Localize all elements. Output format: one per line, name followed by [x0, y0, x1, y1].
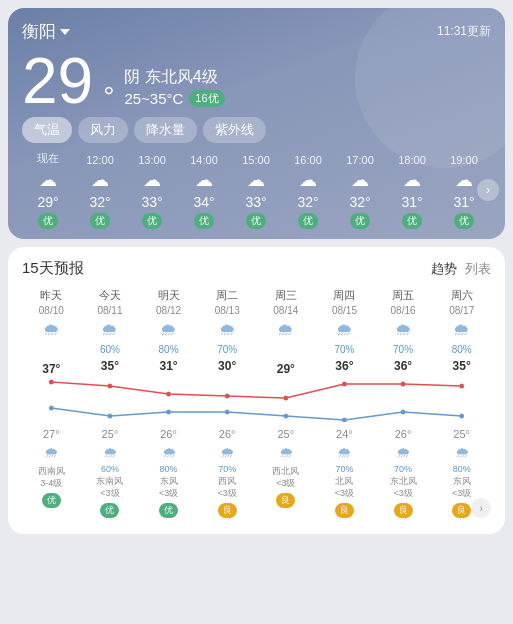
scroll-right-arrow[interactable]: ›	[477, 179, 499, 201]
hour-label: 17:00	[346, 154, 374, 166]
day-low-temp: 26°	[395, 428, 412, 440]
day-aqi-badge: 良	[218, 503, 237, 518]
hour-temp: 32°	[349, 194, 370, 210]
hour-item: 13:00 ☁ 33° 优	[126, 154, 178, 229]
hour-label: 18:00	[398, 154, 426, 166]
day-lower-icon: 🌧	[103, 444, 117, 460]
day-name: 周五	[392, 288, 414, 303]
svg-point-15	[459, 414, 464, 419]
day-wind: 西南风3-4级	[38, 466, 65, 489]
hour-temp: 31°	[401, 194, 422, 210]
svg-point-7	[459, 384, 464, 389]
day-lower-rain: 80%	[160, 464, 178, 474]
days-grid: 昨天 08/10 🌧 37° 今天 08/11 🌧 60% 35° 明天 08/…	[22, 288, 491, 376]
day-high-temp: 36°	[394, 359, 412, 373]
day-high-temp: 36°	[335, 359, 353, 373]
day-weather-icon: 🌧	[277, 320, 294, 340]
hour-aqi-badge: 优	[454, 213, 474, 229]
hour-label: 19:00	[450, 154, 478, 166]
hour-weather-icon: ☁	[39, 169, 57, 191]
svg-point-6	[401, 382, 406, 387]
city-name[interactable]: 衡阳	[22, 20, 70, 43]
trend-view-btn[interactable]: 趋势	[431, 260, 457, 278]
hour-aqi-badge: 优	[402, 213, 422, 229]
hour-aqi-badge: 优	[350, 213, 370, 229]
day-col-upper: 周三 08/14 🌧 29°	[257, 288, 316, 376]
day-col-upper: 周五 08/16 🌧 70% 36°	[374, 288, 433, 376]
tab-precipitation[interactable]: 降水量	[134, 117, 197, 143]
hour-temp: 31°	[453, 194, 474, 210]
hour-temp: 29°	[37, 194, 58, 210]
hour-weather-icon: ☁	[351, 169, 369, 191]
day-weather-icon: 🌧	[219, 320, 236, 340]
day-col-upper: 明天 08/12 🌧 80% 31°	[139, 288, 198, 376]
day-col-upper: 周四 08/15 🌧 70% 36°	[315, 288, 374, 376]
day-col-lower: 24° 🌧 70% 北风<3级 良	[315, 428, 374, 518]
day-col-lower: 26° 🌧 80% 东风<3级 优	[139, 428, 198, 518]
hour-label: 14:00	[190, 154, 218, 166]
day-aqi-badge: 优	[42, 493, 61, 508]
day-col-lower: 25° 🌧 60% 东南风<3级 优	[81, 428, 140, 518]
day-low-temp: 27°	[43, 428, 60, 440]
day-date: 08/16	[391, 305, 416, 316]
day-low-temp: 25°	[102, 428, 119, 440]
day-high-temp: 35°	[453, 359, 471, 373]
day-lower-icon: 🌧	[220, 444, 234, 460]
hour-label: 13:00	[138, 154, 166, 166]
day-aqi-badge: 良	[394, 503, 413, 518]
day-aqi-badge: 优	[100, 503, 119, 518]
day-lower-icon: 🌧	[396, 444, 410, 460]
day-name: 周三	[275, 288, 297, 303]
trend-svg	[22, 378, 491, 422]
day-lower-icon: 🌧	[337, 444, 351, 460]
day-lower-rain: 70%	[218, 464, 236, 474]
day-wind: 西风<3级	[218, 476, 237, 499]
day-lower-rain: 70%	[335, 464, 353, 474]
main-temp-row: 29 ° 阴 东北风4级 25~35°C 16优	[22, 49, 491, 113]
hour-label: 12:00	[86, 154, 114, 166]
city-dropdown-icon[interactable]	[60, 29, 70, 35]
day-aqi-badge: 优	[159, 503, 178, 518]
day-lower-rain: 70%	[394, 464, 412, 474]
day-name: 周四	[333, 288, 355, 303]
hour-temp: 33°	[141, 194, 162, 210]
hour-aqi-badge: 优	[90, 213, 110, 229]
hour-weather-icon: ☁	[91, 169, 109, 191]
day-col-lower: 26° 🌧 70% 东北风<3级 良	[374, 428, 433, 518]
hour-label: 现在	[37, 151, 59, 166]
day-low-temp: 25°	[453, 428, 470, 440]
hour-label: 15:00	[242, 154, 270, 166]
tab-wind[interactable]: 风力	[78, 117, 128, 143]
day-aqi-badge: 良	[276, 493, 295, 508]
day-wind: 东风<3级	[159, 476, 178, 499]
day-high-temp: 31°	[159, 359, 177, 373]
day-wind: 东北风<3级	[390, 476, 417, 499]
svg-point-9	[107, 414, 112, 419]
rain-pct: 70%	[393, 344, 413, 355]
day-lower-rain: 60%	[101, 464, 119, 474]
day-date: 08/12	[156, 305, 181, 316]
card-header: 衡阳 11:31更新	[22, 20, 491, 43]
hour-item: 12:00 ☁ 32° 优	[74, 154, 126, 229]
day-weather-icon: 🌧	[160, 320, 177, 340]
day-wind: 东风<3级	[452, 476, 471, 499]
day-high-temp: 35°	[101, 359, 119, 373]
condition-text: 阴 东北风4级	[124, 67, 224, 88]
day-lower-icon: 🌧	[44, 444, 58, 460]
hour-weather-icon: ☁	[403, 169, 421, 191]
day-low-temp: 24°	[336, 428, 353, 440]
list-view-btn[interactable]: 列表	[465, 260, 491, 278]
hour-aqi-badge: 优	[38, 213, 58, 229]
day-low-temp: 26°	[160, 428, 177, 440]
forecast-header: 15天预报 趋势 列表	[22, 259, 491, 278]
rain-pct: 70%	[217, 344, 237, 355]
day-col-upper: 今天 08/11 🌧 60% 35°	[81, 288, 140, 376]
day-date: 08/17	[449, 305, 474, 316]
day-aqi-badge: 良	[452, 503, 471, 518]
day-high-temp: 30°	[218, 359, 236, 373]
forecast-card: 15天预报 趋势 列表 昨天 08/10 🌧 37° 今天 08/11 🌧 60…	[8, 247, 505, 534]
tab-uv[interactable]: 紫外线	[203, 117, 266, 143]
current-temp: 29	[22, 49, 93, 113]
tab-temperature[interactable]: 气温	[22, 117, 72, 143]
hour-item: 17:00 ☁ 32° 优	[334, 154, 386, 229]
